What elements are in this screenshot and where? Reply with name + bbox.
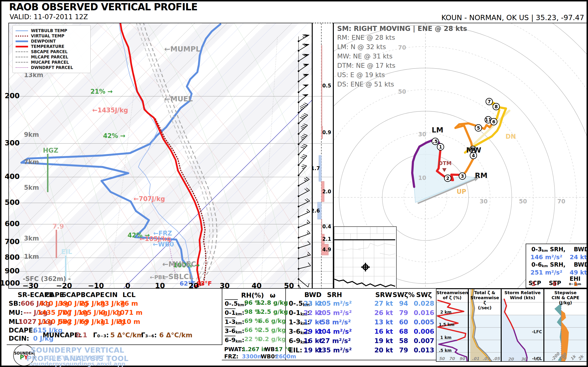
bwd-word: BWD	[574, 246, 587, 253]
legend-label: SBCAPE PARCEL	[31, 49, 68, 54]
mixing-ratio-value: 6.6 g/kg	[259, 317, 286, 324]
svg-text:3: 3	[461, 174, 464, 179]
lapse-0-3-value: 5 Δ°C/km	[110, 331, 143, 339]
bwd-word2: BWD	[574, 261, 587, 268]
ehi-0-1-value: 1	[574, 281, 578, 287]
thermo-value: 310 m	[118, 318, 140, 325]
thermo-row-label: SB:	[9, 300, 21, 307]
frz-row-label: FRZ:	[224, 353, 238, 359]
height-tick: 7km	[24, 158, 39, 166]
shear-value: 0.016	[414, 309, 434, 317]
srh-0-3-value: 146 m²/s²	[530, 254, 562, 261]
thermo-table: SR-ECAPECAPE6CAPE3CAPECINLCLSB:606 J/kg6…	[7, 289, 222, 345]
shear-value: 13 kt	[374, 318, 393, 326]
mucape-annotation: ←1435J/kg	[92, 107, 128, 114]
legend-label: DWNDRFT PARCEL	[31, 65, 73, 70]
total-zeta-panel: Total ζ &Streamwise ζ(/sec) .01 .03 .05	[468, 289, 501, 362]
legend-label: DEWPOINT	[31, 39, 56, 44]
shear-header: BWD	[304, 291, 321, 299]
legend-swatch-icon	[16, 51, 28, 52]
legend-item: TEMPERATURE	[16, 44, 87, 49]
storm-motion-line: LM: N @ 32 kts	[337, 43, 386, 50]
svg-text:8: 8	[494, 104, 498, 109]
svg-text:-2.6: -2.6	[313, 208, 320, 214]
dn-label: DN	[505, 133, 516, 140]
bwd-0-6-value: 49 kt	[570, 269, 587, 276]
muel-label: ←MUEL	[164, 95, 193, 103]
wind-barbs	[298, 34, 311, 288]
legend-label: WETBULB TEMP	[31, 28, 67, 33]
omega-panel: 0.50.9-1.72.0-2.60.42.14.9	[312, 23, 333, 289]
pwat-value: 1.267 in	[242, 346, 267, 352]
shear-value: 79	[399, 309, 408, 317]
p4-title: Stepwise	[554, 290, 577, 295]
red-river-border	[334, 279, 395, 287]
sblcl-label: ←SBLCL	[162, 272, 193, 281]
shear-value: -58 m²/s²	[318, 318, 351, 326]
lapse-3-6-label: Γ₃₋₆:	[141, 331, 157, 339]
station-crosshair-icon	[361, 263, 370, 271]
pressure-tick: 600	[0, 219, 20, 228]
mixing-ratio-value: 2.5 g/kg	[259, 326, 286, 334]
up-label: UP	[457, 188, 466, 195]
svg-text:2: 2	[446, 175, 449, 181]
storm-relative-wind-panel: Storm RelativeWind (kts) -LFC -LCL 20 30…	[501, 289, 544, 362]
mixing-ratio-value: 12.5 g/kg	[256, 308, 288, 315]
footer-credit-link[interactable]: (C) KYLE J GILLETT | sounderpysoundings.…	[21, 355, 134, 367]
legend-swatch-icon	[16, 41, 28, 42]
shear-value: 26 kt	[374, 309, 393, 317]
shear-value: 60	[399, 318, 408, 326]
storm-motion-line: DS: ENE @ 51 kts	[337, 81, 394, 88]
height-tick: 1km	[24, 253, 39, 260]
rh-row-label: 1-3km:	[225, 317, 244, 325]
layer-0-3: 0-3	[531, 246, 542, 253]
dcin-label: DCIN:	[9, 335, 29, 342]
thermo-value: 1071 m	[116, 309, 143, 316]
shear-value: 0.028	[414, 300, 434, 307]
lfc-marker: -LFC	[532, 329, 542, 334]
scp-value: 3	[531, 281, 536, 287]
srh-0-6-value: 251 m²/s²	[530, 269, 562, 276]
omega-header: ω	[270, 292, 275, 299]
height-tick: 5km	[24, 184, 39, 191]
lm-label: LM	[432, 126, 443, 134]
eil-label: EIL	[61, 248, 72, 255]
rh-row-label: 6-9km:	[225, 336, 244, 343]
pressure-tick: 200	[0, 92, 20, 100]
p2-title: Total ζ &	[474, 290, 495, 295]
shear-value: 0.007	[414, 337, 434, 344]
shear-value: 94	[399, 300, 408, 307]
rm-label: RM	[475, 171, 487, 180]
wb0-row-label: WB0:	[261, 353, 277, 359]
legend-item: MLCAPE PARCEL	[16, 55, 87, 59]
legend-label: MUCAPE PARCEL	[31, 60, 69, 65]
legend-swatch-icon	[16, 62, 28, 63]
shear-value: 0.006	[414, 328, 434, 335]
legend-label: VIRTUAL TEMP	[31, 33, 64, 38]
legend-item: DWNDRFT PARCEL	[16, 65, 87, 70]
shear-value: 16 kt	[374, 328, 393, 335]
pressure-tick: 900	[0, 267, 20, 275]
shear-value: 0.013	[414, 346, 434, 354]
omega-chart: 0.50.9-1.72.0-2.60.42.14.9	[313, 23, 333, 288]
oklahoma-map	[334, 227, 395, 288]
muncape-label: MUNCAPE:	[43, 331, 81, 339]
height-tick: 3km	[24, 235, 39, 242]
rh-annotation-42a: 42% →	[103, 132, 125, 139]
lapse-3-6-value: 6 Δ°C/km	[159, 331, 192, 339]
p1-title: Streamwiseness	[436, 290, 468, 295]
thermo-header: LCL	[122, 291, 136, 299]
h-0-5km: .5 km	[439, 348, 451, 353]
rh-row-label: 3-6km:	[225, 326, 244, 334]
shear-value: 0.005	[414, 318, 434, 326]
storm-motion-line: RM: ENE @ 28 kts	[337, 34, 395, 41]
shear-value: -27 m²/s²	[318, 337, 351, 344]
height-tick: 9km	[24, 131, 39, 138]
legend-item: VIRTUAL TEMP	[16, 33, 87, 38]
muncape-value: 0.1	[76, 331, 87, 339]
srh-word2: SRH,	[550, 261, 565, 268]
svg-text:0.9: 0.9	[322, 130, 331, 135]
storm-motion-sm: SM: RIGHT MOVING | ENE @ 28 kts	[337, 25, 467, 33]
svg-text:2.0: 2.0	[322, 189, 331, 194]
pressure-tick: 500	[0, 198, 20, 207]
